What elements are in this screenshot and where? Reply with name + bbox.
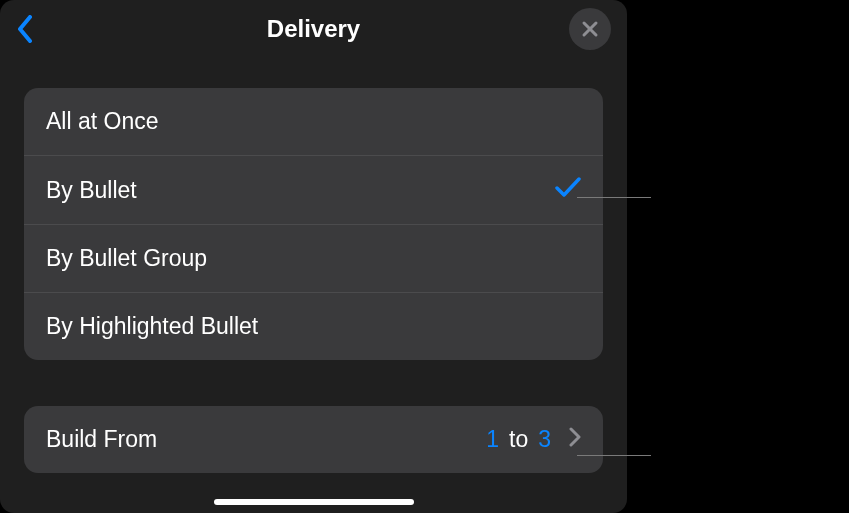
build-from-number: 1 (486, 426, 499, 453)
chevron-left-icon (16, 15, 34, 43)
callout-line (577, 455, 651, 456)
close-button[interactable] (569, 8, 611, 50)
option-by-bullet-group[interactable]: By Bullet Group (24, 225, 603, 293)
build-from-group: Build From 1 to 3 (24, 406, 603, 473)
close-icon (581, 20, 599, 38)
option-all-at-once[interactable]: All at Once (24, 88, 603, 156)
option-label: All at Once (46, 108, 159, 135)
option-by-bullet[interactable]: By Bullet (24, 156, 603, 225)
build-to-word: to (509, 426, 528, 453)
option-label: By Bullet Group (46, 245, 207, 272)
callout-line (577, 197, 651, 198)
checkmark-icon (555, 176, 581, 204)
delivery-options-list: All at Once By Bullet By Bullet Group By… (24, 88, 603, 360)
back-button[interactable] (16, 11, 44, 47)
build-from-label: Build From (46, 426, 157, 453)
panel-title: Delivery (267, 15, 360, 43)
option-label: By Highlighted Bullet (46, 313, 258, 340)
option-label: By Bullet (46, 177, 137, 204)
option-by-highlighted-bullet[interactable]: By Highlighted Bullet (24, 293, 603, 360)
delivery-panel: Delivery All at Once By Bullet By (0, 0, 627, 513)
home-indicator[interactable] (214, 499, 414, 505)
build-to-number: 3 (538, 426, 551, 453)
header: Delivery (0, 0, 627, 60)
build-from-row[interactable]: Build From 1 to 3 (24, 406, 603, 473)
build-from-value: 1 to 3 (486, 426, 581, 453)
content: All at Once By Bullet By Bullet Group By… (0, 60, 627, 473)
chevron-right-icon (561, 426, 581, 453)
